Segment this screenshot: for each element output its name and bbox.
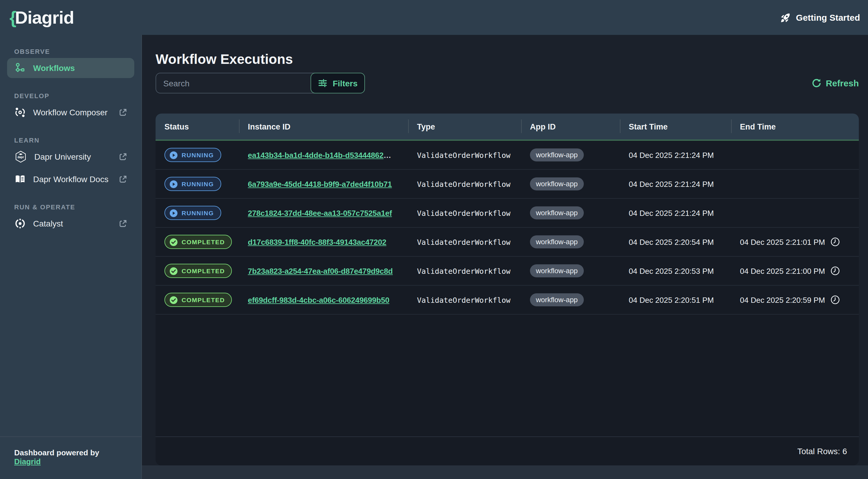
svg-text:dapr: dapr	[18, 156, 24, 159]
end-time: 04 Dec 2025 2:20:59 PM	[740, 295, 825, 304]
check-icon	[169, 266, 178, 275]
clock-icon	[831, 295, 840, 305]
instance-id-link[interactable]: 6a793a9e-45dd-4418-b9f9-a7ded4f10b71	[248, 180, 392, 188]
check-icon	[169, 237, 178, 246]
workflow-type: ValidateOrderWorkflow	[417, 209, 510, 217]
status-badge: COMPLETED	[164, 264, 232, 278]
sidebar: OBSERVE Workflows DEVELOP Workflow Compo…	[0, 35, 142, 479]
sidebar-item-catalyst[interactable]: Catalyst	[7, 214, 134, 233]
refresh-icon	[811, 78, 822, 88]
getting-started-label: Getting Started	[796, 12, 860, 23]
external-link-icon	[119, 219, 127, 228]
clock-icon	[831, 237, 840, 247]
refresh-label: Refresh	[826, 78, 859, 88]
rocket-icon	[780, 12, 790, 23]
diagrid-link[interactable]: Diagrid	[14, 457, 41, 466]
play-icon	[169, 209, 178, 217]
workflow-icon	[14, 62, 26, 74]
app-id-badge: workflow-app	[530, 149, 584, 161]
table-row: COMPLETEDef69dcff-983d-4cbc-a06c-6062496…	[156, 286, 859, 315]
section-label-develop: DEVELOP	[14, 92, 127, 100]
instance-id-link[interactable]: 7b23a823-a254-47ea-af06-d87e479d9c8d	[248, 266, 393, 275]
play-icon	[169, 180, 178, 188]
status-label: COMPLETED	[182, 296, 225, 304]
instance-id-link[interactable]: d17c6839-1ff8-40fc-88f3-49143ac47202	[248, 237, 386, 246]
catalyst-icon	[14, 218, 26, 229]
check-icon	[169, 295, 178, 304]
table-empty-area	[156, 315, 859, 437]
powered-by-text: Dashboard powered by	[14, 448, 99, 457]
column-header-end-time: End Time	[731, 114, 859, 139]
workflow-type: ValidateOrderWorkflow	[417, 237, 510, 246]
refresh-button[interactable]: Refresh	[811, 78, 859, 88]
app-id-badge: workflow-app	[530, 178, 584, 190]
start-time: 04 Dec 2025 2:21:24 PM	[629, 180, 714, 188]
external-link-icon	[119, 153, 127, 161]
app-id-badge: workflow-app	[530, 235, 584, 248]
table-row: COMPLETED7b23a823-a254-47ea-af06-d87e479…	[156, 257, 859, 286]
instance-id-link[interactable]: ea143b34-ba1d-4dde-b14b-d53444862	[248, 151, 383, 159]
start-time: 04 Dec 2025 2:20:54 PM	[629, 237, 714, 246]
logo-text: Diagrid	[15, 7, 74, 28]
instance-id-link[interactable]: 278c1824-37dd-48ee-aa13-057c7525a1ef	[248, 209, 392, 217]
section-label-observe: OBSERVE	[14, 47, 127, 56]
workflow-type: ValidateOrderWorkflow	[417, 295, 510, 304]
composer-nodes-icon	[14, 106, 26, 118]
workflow-type: ValidateOrderWorkflow	[417, 180, 510, 188]
app-id-badge: workflow-app	[530, 264, 584, 277]
table-row: COMPLETEDd17c6839-1ff8-40fc-88f3-49143ac…	[156, 228, 859, 257]
app: {Diagrid Getting Started OBSERVE Workflo…	[0, 0, 868, 479]
sidebar-item-dapr-university[interactable]: dapr Dapr University	[7, 147, 134, 167]
sidebar-footer: Dashboard powered by Diagrid	[0, 437, 142, 479]
status-label: RUNNING	[182, 180, 214, 188]
filters-button[interactable]: Filters	[311, 73, 365, 93]
search-container: Filters	[156, 73, 365, 93]
total-rows-label: Total Rows: 6	[797, 446, 847, 456]
sidebar-item-label: Dapr Workflow Docs	[33, 174, 108, 184]
table-row: RUNNING6a793a9e-45dd-4418-b9f9-a7ded4f10…	[156, 170, 859, 199]
section-label-run-operate: RUN & OPERATE	[14, 203, 127, 211]
toolbar: Filters Refresh	[156, 73, 859, 93]
dapr-university-icon: dapr	[14, 150, 27, 163]
sidebar-item-dapr-workflow-docs[interactable]: Dapr Workflow Docs	[7, 169, 134, 189]
status-label: COMPLETED	[182, 238, 225, 246]
table-footer: Total Rows: 6	[156, 437, 859, 466]
column-header-start-time: Start Time	[620, 114, 731, 139]
main-content: Workflow Executions Filters	[142, 35, 868, 479]
app-id-badge: workflow-app	[530, 206, 584, 219]
end-time: 04 Dec 2025 2:21:00 PM	[740, 266, 825, 275]
page-title: Workflow Executions	[156, 51, 859, 67]
table-row: RUNNINGea143b34-ba1d-4dde-b14b-d53444862…	[156, 141, 859, 170]
section-label-learn: LEARN	[14, 136, 127, 144]
truncation-ellipsis: …	[383, 151, 391, 159]
sidebar-item-label: Catalyst	[33, 219, 63, 228]
getting-started-button[interactable]: Getting Started	[780, 12, 860, 23]
sidebar-item-workflows[interactable]: Workflows	[7, 58, 134, 78]
start-time: 04 Dec 2025 2:20:53 PM	[629, 266, 714, 275]
diagrid-logo: {Diagrid	[9, 7, 74, 28]
status-badge: RUNNING	[164, 177, 221, 191]
instance-id-link[interactable]: ef69dcff-983d-4cbc-a06c-606249699b50	[248, 295, 389, 304]
app-id-badge: workflow-app	[530, 293, 584, 306]
play-icon	[169, 151, 178, 159]
end-time: 04 Dec 2025 2:21:01 PM	[740, 237, 825, 246]
table-header-row: StatusInstance IDTypeApp IDStart TimeEnd…	[156, 114, 859, 139]
sidebar-item-workflow-composer[interactable]: Workflow Composer	[7, 102, 134, 122]
workflow-type: ValidateOrderWorkflow	[417, 151, 510, 159]
workflow-type: ValidateOrderWorkflow	[417, 266, 510, 275]
sidebar-item-label: Workflow Composer	[33, 108, 107, 117]
filters-sliders-icon	[318, 78, 328, 88]
column-header-app-id: App ID	[521, 114, 620, 139]
status-badge: RUNNING	[164, 148, 221, 162]
status-label: RUNNING	[182, 209, 214, 217]
table-row: RUNNING278c1824-37dd-48ee-aa13-057c7525a…	[156, 199, 859, 228]
external-link-icon	[119, 175, 127, 183]
column-header-type: Type	[408, 114, 521, 139]
status-badge: RUNNING	[164, 206, 221, 220]
clock-icon	[831, 266, 840, 276]
external-link-icon	[119, 108, 127, 117]
workflow-executions-table: StatusInstance IDTypeApp IDStart TimeEnd…	[156, 114, 859, 466]
start-time: 04 Dec 2025 2:21:24 PM	[629, 151, 714, 159]
top-header: {Diagrid Getting Started	[0, 0, 868, 35]
status-label: COMPLETED	[182, 267, 225, 275]
